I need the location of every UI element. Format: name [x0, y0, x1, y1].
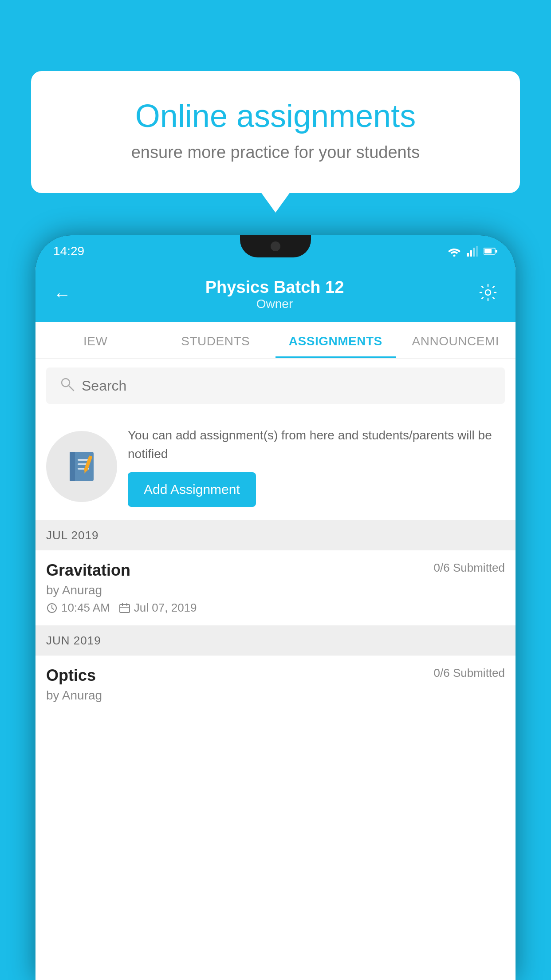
assignment-optics-submitted: 0/6 Submitted — [434, 666, 505, 680]
svg-rect-4 — [476, 246, 478, 257]
wifi-icon — [447, 246, 461, 257]
section-jun-2019: JUN 2019 — [35, 626, 516, 656]
empty-state-description: You can add assignment(s) from here and … — [128, 426, 505, 463]
svg-line-10 — [69, 386, 74, 391]
assignment-author: by Anurag — [46, 583, 505, 597]
header-subtitle: Owner — [205, 297, 344, 311]
assignment-date: Jul 07, 2019 — [119, 601, 197, 615]
phone-camera — [271, 241, 280, 251]
svg-rect-2 — [470, 250, 472, 257]
assignment-optics[interactable]: Optics 0/6 Submitted by Anurag — [35, 656, 516, 717]
section-jul-2019: JUL 2019 — [35, 521, 516, 550]
svg-rect-12 — [70, 452, 75, 481]
search-input[interactable] — [82, 378, 492, 394]
svg-rect-6 — [484, 249, 492, 253]
search-input-wrapper — [46, 368, 505, 404]
app-content: ← Physics Batch 12 Owner IEW STUDENTS AS… — [35, 267, 516, 980]
add-assignment-button[interactable]: Add Assignment — [128, 472, 256, 507]
back-button[interactable]: ← — [53, 285, 71, 304]
empty-state-text: You can add assignment(s) from here and … — [128, 426, 505, 507]
svg-rect-21 — [120, 605, 130, 612]
svg-rect-7 — [496, 250, 497, 253]
assignment-time: 10:45 AM — [46, 601, 110, 615]
app-header: ← Physics Batch 12 Owner — [35, 267, 516, 322]
svg-line-20 — [52, 608, 54, 609]
assignment-submitted: 0/6 Submitted — [434, 561, 505, 575]
speech-bubble-title: Online assignments — [62, 98, 489, 134]
status-bar: 14:29 — [35, 235, 516, 267]
speech-bubble-subtitle: ensure more practice for your students — [62, 143, 489, 162]
assignment-meta: 10:45 AM Jul 07, 2019 — [46, 601, 505, 615]
phone-notch — [240, 235, 311, 257]
assignment-optics-top: Optics 0/6 Submitted — [46, 666, 505, 685]
header-title: Physics Batch 12 — [205, 278, 344, 297]
phone-frame: 14:29 — [35, 235, 516, 980]
assignment-optics-title: Optics — [46, 666, 96, 685]
assignment-title: Gravitation — [46, 561, 130, 580]
search-container — [35, 359, 516, 413]
empty-state: You can add assignment(s) from here and … — [35, 413, 516, 521]
svg-point-0 — [453, 255, 456, 257]
svg-rect-1 — [467, 253, 469, 257]
speech-bubble: Online assignments ensure more practice … — [31, 71, 520, 193]
assignment-placeholder-icon — [46, 431, 117, 502]
tab-announcements[interactable]: ANNOUNCEMI — [396, 322, 516, 358]
status-time: 14:29 — [53, 244, 84, 258]
status-icons — [447, 246, 498, 257]
clock-icon — [46, 602, 58, 614]
calendar-icon — [119, 602, 130, 614]
battery-icon — [484, 247, 498, 255]
search-icon — [59, 376, 75, 395]
svg-rect-3 — [473, 248, 475, 257]
tab-assignments[interactable]: ASSIGNMENTS — [276, 322, 396, 358]
assignment-optics-author: by Anurag — [46, 688, 505, 703]
tabs-bar: IEW STUDENTS ASSIGNMENTS ANNOUNCEMI — [35, 322, 516, 359]
speech-bubble-container: Online assignments ensure more practice … — [31, 71, 520, 193]
svg-point-8 — [485, 290, 491, 295]
assignment-gravitation[interactable]: Gravitation 0/6 Submitted by Anurag 10:4… — [35, 550, 516, 626]
tab-students[interactable]: STUDENTS — [156, 322, 276, 358]
signal-icon — [467, 246, 478, 257]
tab-iew[interactable]: IEW — [35, 322, 156, 358]
assignment-top: Gravitation 0/6 Submitted — [46, 561, 505, 580]
header-title-block: Physics Batch 12 Owner — [205, 278, 344, 311]
settings-icon[interactable] — [478, 283, 498, 306]
